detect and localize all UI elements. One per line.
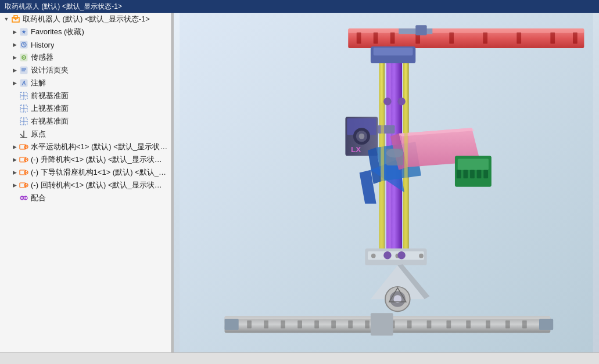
tree-label-guide: (-) 下导轨滑座机构1<1> (默认) <默认_显示 — [31, 167, 168, 178]
svg-text:★: ★ — [21, 29, 26, 35]
tree-label-horizontal: 水平运动机构<1> (默认) <默认_显示状态-1 — [31, 142, 168, 152]
svg-point-11 — [23, 57, 24, 58]
svg-point-32 — [26, 146, 27, 147]
svg-rect-49 — [357, 33, 361, 44]
tree-item-note[interactable]: ▶ A 注解 — [8, 77, 171, 89]
viewport-3d[interactable]: LX — [174, 13, 599, 352]
svg-rect-56 — [550, 33, 555, 44]
svg-rect-81 — [458, 158, 489, 170]
svg-rect-122 — [539, 319, 553, 330]
tree-label-design: 设计活页夹 — [31, 65, 69, 75]
tree-item-favorites[interactable]: ▶ ★ Favorites (收藏) — [8, 26, 171, 38]
tree-label-top-plane: 上视基准面 — [31, 103, 69, 114]
tree-label-root: 取药机器人 (默认) <默认_显示状态-1> — [23, 14, 150, 24]
tree-label-favorites: Favorites (收藏) — [31, 27, 84, 37]
icon-right-plane — [19, 116, 29, 127]
svg-rect-86 — [483, 170, 488, 179]
svg-rect-55 — [516, 33, 521, 44]
svg-rect-124 — [404, 103, 408, 248]
svg-rect-113 — [466, 320, 471, 329]
feature-tree: ▼ 取药机器人 (默认) <默认_显示状态-1> ▶ ★ Favorites (… — [0, 13, 171, 352]
tree-label-history: History — [31, 41, 54, 49]
icon-sub-guide — [19, 167, 29, 178]
svg-rect-54 — [483, 33, 487, 44]
tree-item-front-plane[interactable]: ▶ 前视基准面 — [8, 89, 171, 102]
svg-rect-82 — [457, 170, 461, 179]
svg-point-41 — [26, 185, 27, 186]
tree-label-front-plane: 前视基准面 — [31, 91, 69, 101]
svg-rect-115 — [505, 320, 510, 329]
icon-sub-rotate — [19, 180, 29, 190]
expand-arrow-note: ▶ — [10, 79, 19, 87]
svg-rect-84 — [470, 170, 475, 179]
icon-assembly — [10, 14, 21, 24]
tree-item-guide[interactable]: ▶ (-) 下导轨滑座机构1<1> (默认) <默认_显示 — [8, 166, 171, 179]
svg-rect-111 — [427, 320, 432, 329]
tree-label-origin: 原点 — [31, 129, 46, 139]
tree-item-right-plane[interactable]: ▶ 右视基准面 — [8, 115, 171, 128]
svg-rect-65 — [415, 25, 426, 35]
svg-rect-103 — [281, 320, 285, 329]
tree-item-design[interactable]: ▶ 设计活页夹 — [8, 64, 171, 77]
svg-rect-51 — [390, 33, 395, 44]
svg-point-90 — [419, 254, 424, 258]
tree-label-note: 注解 — [31, 78, 46, 88]
tree-item-root[interactable]: ▼ 取药机器人 (默认) <默认_显示状态-1> — [0, 13, 171, 26]
tree-item-history[interactable]: ▶ History — [8, 38, 171, 51]
icon-history — [19, 39, 29, 50]
icon-origin — [19, 129, 29, 139]
icon-sub-horizontal — [19, 142, 29, 152]
main-content: ▼ 取药机器人 (默认) <默认_显示状态-1> ▶ ★ Favorites (… — [0, 13, 599, 352]
svg-text:A: A — [21, 80, 26, 87]
svg-rect-101 — [247, 320, 252, 329]
svg-rect-119 — [382, 316, 550, 319]
svg-text:LX: LX — [351, 145, 361, 154]
expand-arrow-horizontal: ▶ — [10, 143, 19, 151]
svg-rect-83 — [463, 170, 468, 179]
svg-point-126 — [397, 98, 406, 106]
expand-arrow-history: ▶ — [10, 41, 19, 49]
tree-item-origin[interactable]: ▶ 原点 — [8, 128, 171, 140]
tree-item-rotate[interactable]: ▶ (-) 回转机构<1> (默认) <默认_显示状态-1> — [8, 179, 171, 192]
tree-item-horizontal[interactable]: ▶ 水平运动机构<1> (默认) <默认_显示状态-1 — [8, 140, 171, 153]
svg-rect-107 — [348, 320, 353, 329]
svg-rect-104 — [297, 320, 302, 329]
svg-rect-50 — [374, 33, 378, 44]
svg-rect-112 — [446, 320, 451, 329]
expand-arrow-lift: ▶ — [10, 156, 19, 164]
svg-rect-105 — [314, 320, 319, 329]
tree-item-top-plane[interactable]: ▶ 上视基准面 — [8, 102, 171, 115]
svg-rect-71 — [378, 125, 394, 134]
svg-rect-114 — [486, 320, 490, 329]
svg-rect-102 — [264, 320, 268, 329]
expand-arrow-favorites: ▶ — [10, 28, 19, 36]
svg-rect-12 — [20, 67, 27, 74]
svg-rect-110 — [407, 320, 412, 329]
icon-mate — [19, 193, 29, 203]
icon-top-plane — [19, 103, 29, 114]
robot-3d-model: LX — [174, 13, 599, 352]
title-text: 取药机器人 (默认) <默认_显示状态-1> — [5, 2, 122, 12]
tree-item-lift[interactable]: ▶ (-) 升降机构<1> (默认) <默认_显示状态-1> — [8, 153, 171, 166]
svg-rect-121 — [225, 319, 239, 330]
svg-point-38 — [26, 172, 27, 173]
expand-arrow-guide: ▶ — [10, 168, 19, 176]
tree-item-mate[interactable]: ▶ 配合 — [8, 192, 171, 204]
svg-rect-118 — [225, 316, 382, 319]
svg-line-29 — [20, 134, 24, 138]
tree-label-right-plane: 右视基准面 — [31, 116, 69, 127]
icon-favorites: ★ — [19, 27, 29, 37]
expand-arrow-design: ▶ — [10, 66, 19, 74]
svg-rect-130 — [386, 149, 403, 165]
expand-arrow-sensor: ▶ — [10, 53, 19, 62]
svg-rect-53 — [449, 33, 454, 44]
icon-note: A — [19, 78, 29, 88]
tree-item-sensor[interactable]: ▶ 传感器 — [8, 51, 171, 64]
expand-arrow-rotate: ▶ — [10, 181, 19, 189]
svg-point-128 — [397, 251, 406, 260]
svg-rect-63 — [374, 48, 413, 56]
svg-point-125 — [383, 98, 392, 106]
tree-label-lift: (-) 升降机构<1> (默认) <默认_显示状态-1> — [31, 154, 168, 165]
svg-rect-106 — [331, 320, 336, 329]
icon-front-plane — [19, 91, 29, 101]
